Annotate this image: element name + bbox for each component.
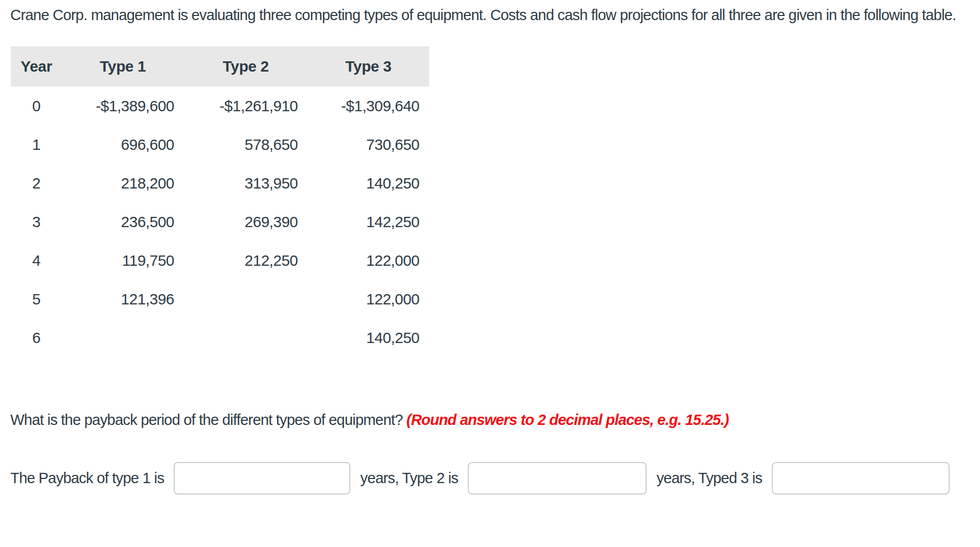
table-row-6: 6 140,250 <box>11 318 429 357</box>
type2-cash-flow-cell: 212,250 <box>184 241 308 280</box>
rounding-instruction: (Round answers to 2 decimal places, e.g.… <box>407 412 729 428</box>
type1-cash-flow-cell: 121,396 <box>62 280 184 318</box>
type3-cash-flow-cell: 122,000 <box>308 241 429 280</box>
year-cell: 5 <box>11 280 62 318</box>
payback-type3-input[interactable] <box>772 462 950 494</box>
column-header-type1: Type 1 <box>62 46 184 87</box>
payback-type1-input[interactable] <box>174 462 350 494</box>
table-header-row: Year Type 1 Type 2 Type 3 <box>11 46 429 87</box>
answer-label-type2: years, Type 2 is <box>360 470 458 487</box>
table-row-5: 5 121,396 122,000 <box>11 280 429 318</box>
type1-cash-flow-cell: -$1,389,600 <box>62 87 184 125</box>
question-text: What is the payback period of the differ… <box>10 412 403 428</box>
year-cell: 0 <box>11 87 62 125</box>
type3-cash-flow-cell: 142,250 <box>308 202 429 241</box>
column-header-year: Year <box>11 46 62 87</box>
type2-cash-flow-cell <box>184 318 308 357</box>
type1-cash-flow-cell: 218,200 <box>62 164 184 202</box>
payback-type2-input[interactable] <box>468 462 647 494</box>
year-cell: 3 <box>11 202 62 241</box>
type1-cash-flow-cell: 236,500 <box>62 202 184 241</box>
year-cell: 2 <box>11 164 62 202</box>
table-row-2: 2 218,200 313,950 140,250 <box>11 164 429 202</box>
column-header-type3: Type 3 <box>308 46 429 87</box>
type1-cash-flow-cell: 119,750 <box>62 241 184 280</box>
type2-cash-flow-cell: 269,390 <box>184 202 308 241</box>
column-header-type2: Type 2 <box>184 46 308 87</box>
table-row-4: 4 119,750 212,250 122,000 <box>11 241 429 280</box>
cashflow-table: Year Type 1 Type 2 Type 3 0 -$1,389,600 … <box>11 46 429 357</box>
question-page: Crane Corp. management is evaluating thr… <box>0 0 980 547</box>
answer-row: The Payback of type 1 is years, Type 2 i… <box>10 462 980 494</box>
year-cell: 6 <box>11 318 62 357</box>
table-row-1: 1 696,600 578,650 730,650 <box>11 125 429 164</box>
answer-label-type1: The Payback of type 1 is <box>10 470 164 487</box>
type3-cash-flow-cell: 140,250 <box>308 164 429 202</box>
table-row-3: 3 236,500 269,390 142,250 <box>11 202 429 241</box>
year-cell: 4 <box>11 241 62 280</box>
type1-cash-flow-cell: 696,600 <box>62 125 184 164</box>
type3-cash-flow-cell: 140,250 <box>308 318 429 357</box>
type3-cash-flow-cell: 730,650 <box>308 125 429 164</box>
type2-cash-flow-cell: 313,950 <box>184 164 308 202</box>
table-row-0: 0 -$1,389,600 -$1,261,910 -$1,309,640 <box>11 87 429 125</box>
year-cell: 1 <box>11 125 62 164</box>
answer-label-type3: years, Typed 3 is <box>656 470 762 487</box>
problem-statement: Crane Corp. management is evaluating thr… <box>0 0 969 25</box>
type2-cash-flow-cell <box>184 280 308 318</box>
type2-cash-flow-cell: 578,650 <box>184 125 308 164</box>
type3-cash-flow-cell: 122,000 <box>308 280 429 318</box>
question-line: What is the payback period of the differ… <box>10 409 974 430</box>
type1-cash-flow-cell <box>62 318 184 357</box>
type2-cash-flow-cell: -$1,261,910 <box>184 87 308 125</box>
type3-cash-flow-cell: -$1,309,640 <box>308 87 429 125</box>
